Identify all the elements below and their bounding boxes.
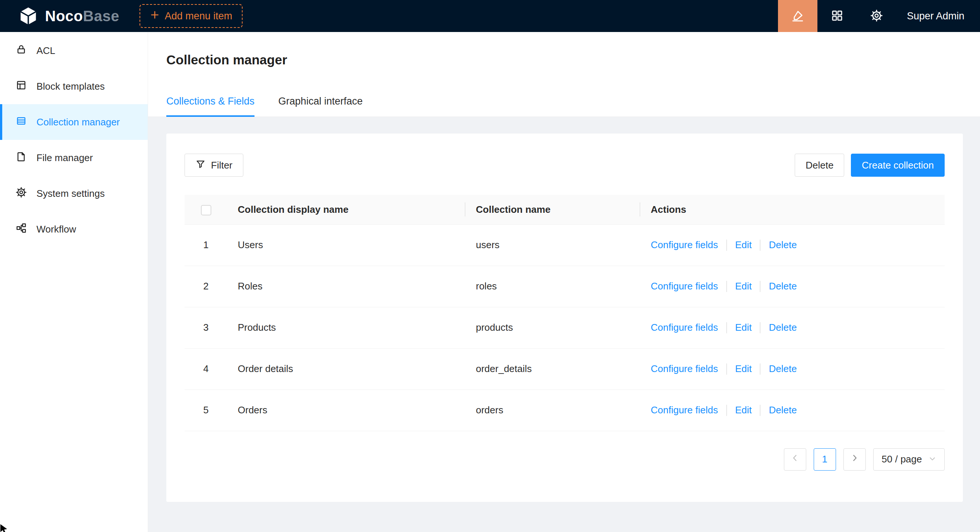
action-divider — [760, 240, 760, 251]
page-title: Collection manager — [166, 51, 962, 69]
delete-button-label: Delete — [805, 160, 834, 171]
sidebar-item-label: Workflow — [37, 224, 76, 235]
grid-icon — [831, 9, 843, 23]
tab-collections-fields[interactable]: Collections & Fields — [166, 84, 255, 116]
sidebar-item-label: File manager — [37, 152, 93, 164]
plugins-button[interactable] — [818, 0, 857, 32]
tab-graphical-interface[interactable]: Graphical interface — [278, 84, 363, 116]
action-divider — [726, 322, 727, 333]
edit-link[interactable]: Edit — [735, 363, 752, 375]
main-area: Collection manager Collections & Fields … — [148, 32, 980, 532]
cell-display-name: Orders — [238, 404, 267, 416]
delete-link[interactable]: Delete — [769, 322, 797, 333]
content-area: Filter Delete Create collection — [148, 117, 980, 532]
edit-link[interactable]: Edit — [735, 239, 752, 251]
cell-display-name: Roles — [238, 281, 262, 292]
toolbar-right: Delete Create collection — [795, 154, 945, 177]
filter-button[interactable]: Filter — [185, 154, 243, 177]
configure-fields-link[interactable]: Configure fields — [651, 239, 718, 251]
table-icon — [16, 115, 27, 129]
page-size-value: 50 / page — [882, 454, 922, 465]
configure-fields-link[interactable]: Configure fields — [651, 404, 718, 416]
cell-display-name: Products — [238, 322, 276, 333]
sidebar-item-workflow[interactable]: Workflow — [0, 211, 148, 247]
row-index: 4 — [203, 363, 208, 374]
sidebar-item-acl[interactable]: ACL — [0, 33, 148, 68]
create-collection-button[interactable]: Create collection — [851, 154, 945, 177]
configure-fields-link[interactable]: Configure fields — [651, 322, 718, 333]
collections-card: Filter Delete Create collection — [166, 133, 963, 502]
delete-link[interactable]: Delete — [769, 363, 797, 375]
edit-link[interactable]: Edit — [735, 404, 752, 416]
row-index: 1 — [203, 239, 208, 250]
chevron-down-icon — [929, 454, 936, 465]
cell-display-name: Users — [238, 239, 263, 250]
add-menu-item-label: Add menu item — [165, 10, 232, 22]
delete-button[interactable]: Delete — [795, 154, 844, 177]
sidebar: ACL Block templates Coll — [0, 32, 148, 532]
column-header-display-name: Collection display name — [238, 204, 348, 215]
configure-fields-link[interactable]: Configure fields — [651, 363, 718, 375]
page-1-button[interactable]: 1 — [814, 448, 836, 471]
layout-icon — [16, 79, 27, 94]
sidebar-item-label: Block templates — [37, 81, 105, 92]
header-right: Super Admin — [778, 0, 980, 32]
brand[interactable]: NocoBase — [0, 0, 134, 32]
workflow-icon — [16, 222, 27, 236]
chevron-right-icon — [850, 454, 859, 465]
table-row[interactable]: 4 Order details order_details Configure … — [185, 348, 945, 389]
user-menu[interactable]: Super Admin — [896, 10, 980, 22]
action-divider — [760, 364, 760, 375]
table-row[interactable]: 5 Orders orders Configure fields Edit De… — [185, 389, 945, 431]
delete-link[interactable]: Delete — [769, 404, 797, 416]
pagination: 1 50 / page — [185, 448, 945, 471]
table-row[interactable]: 1 Users users Configure fields Edit Dele… — [185, 224, 945, 266]
sidebar-item-file-manager[interactable]: File manager — [0, 140, 148, 176]
mouse-cursor — [0, 524, 10, 532]
action-divider — [760, 281, 760, 292]
row-index: 5 — [203, 404, 208, 416]
action-divider — [726, 364, 727, 375]
settings-button[interactable] — [857, 0, 896, 32]
next-page-button[interactable] — [843, 448, 866, 471]
table-header-row: Collection display name Collection name … — [185, 195, 945, 224]
column-header-actions: Actions — [651, 204, 686, 215]
highlighter-icon — [791, 9, 804, 23]
page-size-select[interactable]: 50 / page — [873, 448, 945, 471]
brand-text: NocoBase — [45, 8, 119, 25]
add-menu-item-button[interactable]: Add menu item — [140, 4, 243, 28]
table-row[interactable]: 3 Products products Configure fields Edi… — [185, 307, 945, 348]
edit-link[interactable]: Edit — [735, 281, 752, 292]
select-all-checkbox[interactable] — [201, 205, 211, 215]
action-divider — [726, 240, 727, 251]
action-divider — [726, 405, 727, 416]
sidebar-item-block-templates[interactable]: Block templates — [0, 68, 148, 104]
create-collection-label: Create collection — [862, 160, 934, 171]
cell-name: roles — [476, 281, 497, 292]
cell-name: products — [476, 322, 513, 333]
brand-base: Base — [83, 8, 119, 24]
cell-name: orders — [476, 404, 503, 416]
row-index: 2 — [203, 281, 208, 292]
column-header-name: Collection name — [476, 204, 550, 215]
sidebar-item-system-settings[interactable]: System settings — [0, 176, 148, 211]
filter-button-label: Filter — [211, 160, 232, 171]
prev-page-button[interactable] — [784, 448, 806, 471]
action-divider — [760, 322, 760, 333]
ui-editor-button[interactable] — [778, 0, 818, 32]
action-divider — [760, 405, 760, 416]
delete-link[interactable]: Delete — [769, 281, 797, 292]
table-row[interactable]: 2 Roles roles Configure fields Edit Dele… — [185, 266, 945, 307]
chevron-left-icon — [791, 454, 800, 465]
configure-fields-link[interactable]: Configure fields — [651, 281, 718, 292]
edit-link[interactable]: Edit — [735, 322, 752, 333]
brand-noco: Noco — [45, 8, 83, 24]
sidebar-item-label: Collection manager — [37, 116, 120, 128]
delete-link[interactable]: Delete — [769, 239, 797, 251]
sidebar-item-label: System settings — [37, 188, 105, 199]
cell-name: order_details — [476, 363, 532, 374]
gear-icon — [870, 9, 883, 23]
sidebar-item-collection-manager[interactable]: Collection manager — [0, 104, 148, 140]
filter-icon — [195, 159, 206, 172]
lock-icon — [16, 44, 27, 58]
